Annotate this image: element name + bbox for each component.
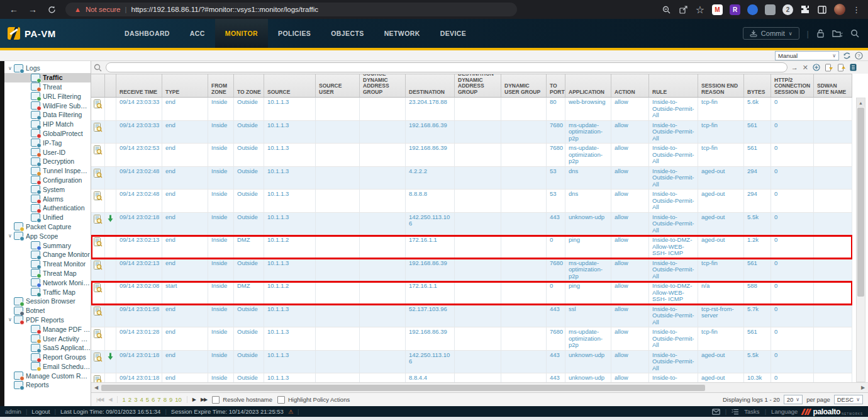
sidebar-item-network-monitor[interactable]: Network Monitor <box>4 278 91 287</box>
extension-gmail-icon[interactable]: M <box>712 4 723 15</box>
tab-dashboard[interactable]: DASHBOARD <box>114 19 180 48</box>
sidebar-item-threat-map[interactable]: Threat Map <box>4 269 91 278</box>
browser-forward-icon[interactable]: → <box>28 4 38 14</box>
tasks-icon[interactable] <box>732 409 739 415</box>
log-row[interactable]: 09/14 23:02:48endInsideOutside10.1.1.38.… <box>91 190 852 213</box>
log-detail-icon[interactable] <box>93 375 103 382</box>
column-header-session_end_reason[interactable]: SESSION END REASON <box>698 74 744 97</box>
per-page-select[interactable]: 20∨ <box>784 395 803 404</box>
commit-button[interactable]: Commit ∨ <box>743 27 799 40</box>
log-row[interactable]: 09/14 23:01:28endInsideOutside10.1.1.319… <box>91 327 852 351</box>
address-bar[interactable]: ▲ Not secure | https://192.168.86.11/?#m… <box>65 3 517 16</box>
highlight-policy-actions-checkbox[interactable]: Highlight Policy Actions <box>277 396 350 404</box>
sidebar-item-email-scheduler[interactable]: Email Scheduler <box>4 362 91 372</box>
extension-ghost-icon[interactable]: 2 <box>782 4 793 15</box>
column-header-dynamic_user_group[interactable]: DYNAMIC USER GROUP <box>501 74 547 97</box>
log-detail-icon[interactable] <box>93 237 103 249</box>
sort-order-select[interactable]: DESC∨ <box>834 395 863 404</box>
tab-policies[interactable]: POLICIES <box>268 19 321 48</box>
tab-monitor[interactable]: MONITOR <box>215 19 268 48</box>
page-number-1[interactable]: 1 <box>123 396 126 403</box>
horizontal-scrollbar[interactable]: ◀ ▶ <box>91 382 868 392</box>
global-search-icon[interactable] <box>850 29 859 38</box>
scroll-left-icon[interactable]: ◀ <box>91 385 101 390</box>
help-icon[interactable]: ? <box>855 52 863 60</box>
sidebar-item-saas-application-usage[interactable]: SaaS Application Usage <box>4 343 91 353</box>
extension-r-icon[interactable]: R <box>730 4 740 15</box>
column-header-application[interactable]: APPLICATION <box>565 74 611 97</box>
log-detail-icon[interactable] <box>93 353 103 364</box>
tab-network[interactable]: NETWORK <box>374 19 430 48</box>
sidebar-item-ip-tag[interactable]: IP-Tag <box>4 138 91 147</box>
log-row[interactable]: 09/14 23:02:13endInsideDMZ10.1.1.2172.16… <box>91 236 852 259</box>
column-header-type[interactable]: TYPE <box>162 74 208 97</box>
sidebar-item-alarms[interactable]: Alarms <box>4 194 91 203</box>
page-number-4[interactable]: 4 <box>140 396 143 403</box>
log-row[interactable]: 09/14 23:02:13endInsideOutside10.1.1.319… <box>91 259 852 282</box>
tree-caret-icon[interactable]: ∨ <box>6 65 14 71</box>
log-row[interactable]: 09/14 23:02:53endInsideOutside10.1.1.319… <box>91 144 852 167</box>
sidebar-item-user-id[interactable]: User-ID <box>4 147 91 157</box>
log-detail-icon[interactable] <box>93 283 103 295</box>
log-row[interactable]: 09/14 23:02:08startInsideDMZ10.1.1.2172.… <box>91 281 852 305</box>
sidebar-item-url-filtering[interactable]: URL Filtering <box>4 91 91 101</box>
column-header-source[interactable]: SOURCE <box>264 74 316 97</box>
sidebar-item-system[interactable]: System <box>4 184 91 194</box>
sidebar-item-unified[interactable]: Unified <box>4 213 91 222</box>
prev-page-icon[interactable]: ◀ <box>108 397 111 402</box>
tree-caret-icon[interactable]: ∨ <box>6 233 14 239</box>
sidebar-item-summary[interactable]: Summary <box>4 241 91 250</box>
log-row[interactable]: 09/14 23:03:33endInsideOutside10.1.1.323… <box>91 98 852 121</box>
sidebar-item-reports[interactable]: Reports <box>4 380 91 390</box>
log-detail-icon[interactable] <box>93 329 103 341</box>
save-filter-icon[interactable] <box>837 64 845 72</box>
messages-icon[interactable] <box>712 409 720 415</box>
sidebar-item-configuration[interactable]: Configuration <box>4 176 91 185</box>
sidebar-item-threat[interactable]: Threat <box>4 82 91 92</box>
sidebar-item-traffic[interactable]: Traffic <box>4 73 91 82</box>
column-header-receive_time[interactable]: RECEIVE TIME <box>116 74 162 97</box>
sidebar-item-packet-capture[interactable]: Packet Capture <box>4 222 91 232</box>
config-lock-icon[interactable] <box>816 29 825 38</box>
sidebar-item-botnet[interactable]: Botnet <box>4 306 91 315</box>
page-number-10[interactable]: 10 <box>175 396 182 403</box>
zoom-out-icon[interactable] <box>661 4 671 14</box>
last-page-icon[interactable]: ▶▶ <box>201 397 207 402</box>
extension-gray-icon[interactable] <box>765 4 776 15</box>
column-header-destination[interactable]: DESTINATION <box>406 74 455 97</box>
scroll-right-icon[interactable]: ▶ <box>858 385 868 390</box>
next-page-icon[interactable]: ▶ <box>192 397 196 402</box>
column-header-http2_connection_session_id[interactable]: HTTP/2 CONNECTION SESSION ID <box>771 74 814 97</box>
column-header-bytes[interactable]: BYTES <box>744 74 771 97</box>
sidebar-item-user-activity-report[interactable]: User Activity Report <box>4 334 91 343</box>
column-header-to_zone[interactable]: TO ZONE <box>234 74 264 97</box>
log-detail-icon[interactable] <box>93 191 103 203</box>
checkbox-icon[interactable] <box>277 396 285 404</box>
sidebar-item-threat-monitor[interactable]: Threat Monitor <box>4 259 91 269</box>
extension-blue-icon[interactable] <box>747 4 758 15</box>
column-header-source_dynamic_address_group[interactable]: SOURCE DYNAMIC ADDRESS GROUP <box>360 74 406 97</box>
load-filter-icon[interactable] <box>825 64 833 72</box>
page-number-6[interactable]: 6 <box>152 396 155 403</box>
page-number-9[interactable]: 9 <box>169 396 172 403</box>
column-header-rule[interactable]: RULE <box>649 74 698 97</box>
column-header-flag[interactable] <box>105 74 116 97</box>
log-detail-icon[interactable] <box>93 307 103 318</box>
export-csv-icon[interactable] <box>850 64 857 71</box>
column-header-detail[interactable] <box>91 74 105 97</box>
browser-back-icon[interactable]: ← <box>9 4 19 14</box>
tab-device[interactable]: DEVICE <box>430 19 477 48</box>
sidebar-item-session-browser[interactable]: Session Browser <box>4 297 91 306</box>
clear-filter-icon[interactable]: ✕ <box>803 64 808 72</box>
vertical-scrollbar[interactable]: ▲ <box>856 98 865 382</box>
sidebar-item-pdf-reports[interactable]: ∨PDF Reports <box>4 315 91 325</box>
log-filter-input[interactable] <box>106 62 787 72</box>
sidebar-item-logs[interactable]: ∨Logs <box>4 64 91 73</box>
sidebar-item-tunnel-inspection[interactable]: Tunnel Inspection <box>4 166 91 176</box>
language-link[interactable]: Language <box>771 408 798 415</box>
checkbox-icon[interactable] <box>212 396 220 404</box>
sidebar-item-change-monitor[interactable]: Change Monitor <box>4 250 91 259</box>
save-config-icon[interactable] <box>832 29 843 38</box>
tab-objects[interactable]: OBJECTS <box>321 19 374 48</box>
browser-profile-avatar[interactable] <box>834 4 845 15</box>
